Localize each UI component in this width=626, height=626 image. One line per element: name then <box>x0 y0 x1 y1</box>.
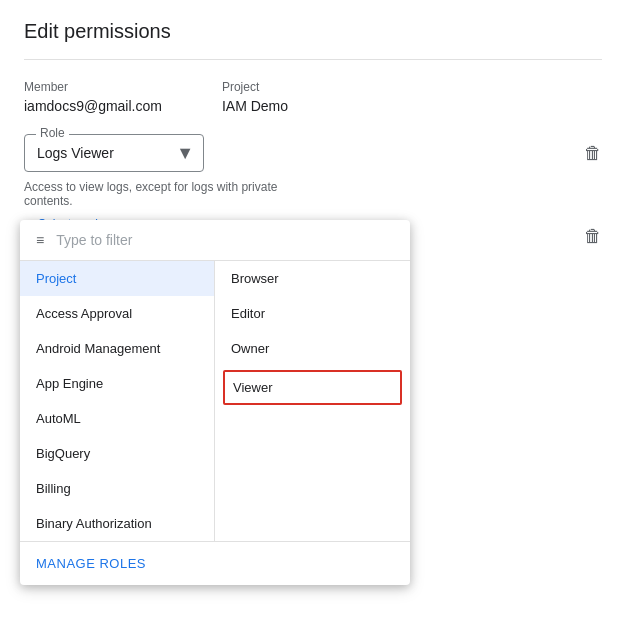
filter-row: ≡ <box>20 220 410 261</box>
role-1-description: Access to view logs, except for logs wit… <box>24 180 304 208</box>
role-item-editor[interactable]: Editor <box>215 296 410 331</box>
dropdown-columns: Project Access Approval Android Manageme… <box>20 261 410 541</box>
member-label: Member <box>24 80 162 94</box>
categories-list: Project Access Approval Android Manageme… <box>20 261 215 541</box>
role-1-wrapper: Role Logs Viewer ▼ <box>24 134 204 172</box>
member-value: iamdocs9@gmail.com <box>24 98 162 114</box>
project-section: Project IAM Demo <box>222 80 288 114</box>
roles-list: Browser Editor Owner Viewer <box>215 261 410 541</box>
role-dropdown-overlay: ≡ Project Access Approval Android Manage… <box>20 220 410 585</box>
member-project-row: Member iamdocs9@gmail.com Project IAM De… <box>24 80 602 114</box>
filter-input[interactable] <box>56 232 394 248</box>
project-label: Project <box>222 80 288 94</box>
category-item-project[interactable]: Project <box>20 261 214 296</box>
page-title: Edit permissions <box>24 20 602 60</box>
member-section: Member iamdocs9@gmail.com <box>24 80 162 114</box>
role-section-1: Role Logs Viewer ▼ 🗑 Access to view logs… <box>24 134 602 208</box>
category-item-android-management[interactable]: Android Management <box>20 331 214 366</box>
category-item-bigquery[interactable]: BigQuery <box>20 436 214 471</box>
role-item-viewer[interactable]: Viewer <box>223 370 402 405</box>
role-1-row: Role Logs Viewer ▼ 🗑 <box>24 134 602 172</box>
role-1-delete-button[interactable]: 🗑 <box>584 143 602 164</box>
manage-roles-button[interactable]: MANAGE ROLES <box>20 541 410 585</box>
page-container: Edit permissions Member iamdocs9@gmail.c… <box>0 0 626 626</box>
filter-icon: ≡ <box>36 232 44 248</box>
category-item-app-engine[interactable]: App Engine <box>20 366 214 401</box>
role-2-delete-button[interactable]: 🗑 <box>584 226 602 247</box>
category-item-automl[interactable]: AutoML <box>20 401 214 436</box>
category-item-billing[interactable]: Billing <box>20 471 214 506</box>
role-item-owner[interactable]: Owner <box>215 331 410 366</box>
role-item-browser[interactable]: Browser <box>215 261 410 296</box>
role-1-label: Role <box>36 126 69 140</box>
category-item-access-approval[interactable]: Access Approval <box>20 296 214 331</box>
category-item-binary-authorization[interactable]: Binary Authorization <box>20 506 214 541</box>
project-value: IAM Demo <box>222 98 288 114</box>
